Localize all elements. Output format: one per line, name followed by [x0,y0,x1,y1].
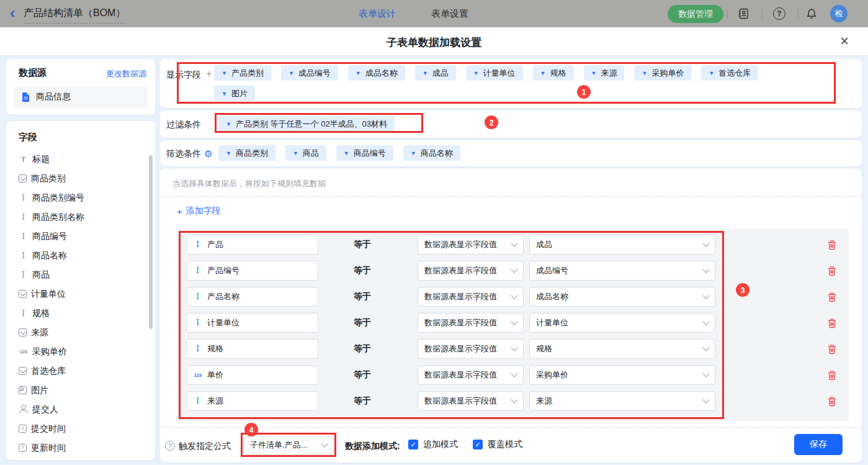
rule-row: 来源 等于 数据源表显示字段值 来源 [177,391,849,411]
back-icon[interactable]: ‹ [10,4,15,22]
display-field-tag[interactable]: 产品类别 [214,65,271,81]
rule-value-select[interactable]: 来源 [529,391,715,411]
tab-form-settings[interactable]: 表单设置 [431,8,468,20]
tag-label: 成品编号 [298,68,331,79]
field-list-item[interactable]: 商品类别名称 [6,207,155,227]
divider [727,9,728,19]
datasource-item[interactable]: 商品信息 [14,86,148,107]
field-type-icon [193,266,202,276]
chevron-down-icon [540,70,546,76]
field-list-item[interactable]: 标题 [6,150,155,169]
trash-icon[interactable] [827,266,837,276]
divider [798,9,799,19]
avatar[interactable]: 检 [830,5,848,22]
save-button[interactable]: 保存 [794,434,843,455]
field-list-item[interactable]: 商品编号 [6,227,155,246]
trash-icon[interactable] [827,240,837,250]
field-list-item[interactable]: 提交人 [6,400,155,419]
rule-field-input[interactable]: 产品名称 [186,287,318,307]
tag-label: 商品编号 [354,148,386,159]
chevron-down-icon [702,266,709,273]
add-display-field-button[interactable] [206,68,212,79]
rule-source-select[interactable]: 数据源表显示字段值 [418,391,524,411]
screen-condition-tag[interactable]: 商品名称 [403,145,460,161]
filter-condition-tag[interactable]: 产品类别 等于任意一个 02半成品、03材料 [218,116,395,132]
chevron-down-icon [289,70,294,76]
rule-value-select[interactable]: 计量单位 [529,313,715,333]
screen-condition-tag[interactable]: 商品 [285,145,326,161]
rule-source-value: 数据源表显示字段值 [424,239,497,250]
rule-source-select[interactable]: 数据源表显示字段值 [418,365,524,385]
rule-field-input[interactable]: 规格 [186,339,318,359]
display-field-tag[interactable]: 成品名称 [348,65,405,81]
rule-field-input[interactable]: 产品 [186,235,318,255]
change-datasource-link[interactable]: 更改数据源 [106,68,146,79]
field-type-icon [19,328,27,336]
fields-scrollbar[interactable] [149,155,153,329]
field-list-item[interactable]: 商品 [6,265,155,284]
checkbox-checked-icon[interactable] [408,440,418,449]
trash-icon[interactable] [827,396,837,407]
rule-value-select[interactable]: 成品名称 [529,287,715,307]
formula-help-icon[interactable] [165,441,175,451]
field-list-item[interactable]: 提交时间 [6,419,155,438]
display-field-tag[interactable]: 成品编号 [281,65,338,81]
field-list-item[interactable]: 规格 [6,304,155,323]
field-list-item[interactable]: 更新时间 [6,438,155,458]
mode-option[interactable]: 追加模式 [408,439,458,450]
rule-value-select[interactable]: 采购单价 [529,365,715,385]
data-manage-button[interactable]: 数据管理 [668,5,723,23]
field-list-item[interactable]: 商品名称 [6,246,155,265]
checkbox-checked-icon[interactable] [473,440,483,449]
mode-option[interactable]: 覆盖模式 [473,439,522,450]
trash-icon[interactable] [827,370,837,381]
rule-source-select[interactable]: 数据源表显示字段值 [418,261,524,281]
contacts-book-icon[interactable] [737,7,749,20]
rule-source-select[interactable]: 数据源表显示字段值 [418,313,524,333]
screen-condition-tag[interactable]: 商品编号 [336,145,393,161]
screen-condition-tag[interactable]: 商品类别 [218,145,275,161]
add-field-link[interactable]: 添加字段 [177,205,221,217]
trash-icon[interactable] [827,292,837,302]
field-list-item[interactable]: 图片 [6,381,155,400]
rule-value-select[interactable]: 成品 [529,235,715,255]
field-list-item[interactable]: 采购单价 [6,342,155,361]
field-list-item[interactable]: 计量单位 [6,284,155,304]
rule-source-select[interactable]: 数据源表显示字段值 [418,287,524,307]
display-field-tag[interactable]: 规格 [533,65,574,81]
display-field-tag[interactable]: 来源 [584,65,625,81]
close-icon[interactable] [836,32,853,50]
rule-field-input[interactable]: 计量单位 [186,313,318,333]
trash-icon[interactable] [827,344,837,354]
chevron-down-icon [293,150,298,156]
field-type-icon [19,193,28,202]
equals-label: 等于 [354,291,372,302]
rule-field-input[interactable]: 产品编号 [186,261,318,281]
display-field-tag[interactable]: 采购单价 [634,65,691,81]
field-list-item[interactable]: 首选仓库 [6,361,155,381]
display-field-tag[interactable]: 计量单位 [466,65,523,81]
field-list-item[interactable]: 商品类别编号 [6,188,155,207]
rule-source-value: 数据源表显示字段值 [424,265,497,276]
field-type-icon [19,232,28,241]
trash-icon[interactable] [827,318,837,328]
tag-label: 成品 [432,68,449,79]
formula-select[interactable]: 子件清单.产品... [243,436,334,454]
rule-field-input[interactable]: 单价 [186,365,318,385]
rule-source-select[interactable]: 数据源表显示字段值 [418,235,524,255]
display-field-tag[interactable]: 成品 [415,65,456,81]
gear-icon[interactable] [204,148,212,160]
help-icon[interactable] [773,7,785,20]
rule-value-select[interactable]: 成品编号 [529,261,715,281]
field-list-item[interactable]: 来源 [6,323,155,342]
field-label: 计量单位 [31,289,66,300]
display-field-tag[interactable]: 首选仓库 [701,65,758,81]
rule-value-select[interactable]: 规格 [529,339,715,359]
field-type-icon [19,155,28,164]
rule-source-select[interactable]: 数据源表显示字段值 [418,339,524,359]
field-list-item[interactable]: 商品类别 [6,169,155,188]
rule-field-input[interactable]: 来源 [186,391,318,411]
bell-icon[interactable] [805,7,818,20]
tab-form-design[interactable]: 表单设计 [359,8,396,20]
display-field-tag[interactable]: 图片 [214,86,255,101]
